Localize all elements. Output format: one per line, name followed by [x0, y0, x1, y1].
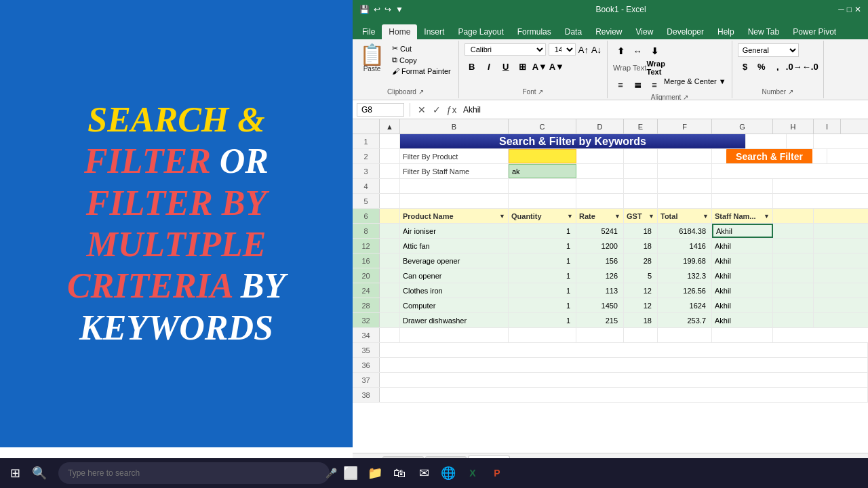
cell-d24[interactable]: 113	[576, 283, 624, 298]
cell-h6[interactable]	[773, 209, 814, 223]
currency-button[interactable]: $	[738, 59, 753, 74]
cell-e2[interactable]	[624, 149, 658, 163]
col-header-f[interactable]: F	[658, 119, 712, 134]
cell-g24[interactable]: Akhil	[712, 283, 773, 298]
cell-d4[interactable]	[576, 179, 624, 193]
cell-e6-gst[interactable]: GST ▼	[624, 209, 658, 223]
cell-g32[interactable]: Akhil	[712, 313, 773, 327]
cell-c8[interactable]: 1	[509, 224, 576, 238]
filter-staff-icon[interactable]: ▼	[764, 213, 770, 220]
cell-row36[interactable]	[380, 358, 868, 372]
filter-qty-icon[interactable]: ▼	[567, 213, 573, 220]
cell-f20[interactable]: 132.3	[658, 268, 712, 283]
cell-b3[interactable]: Filter By Staff Name	[400, 164, 509, 178]
align-left-button[interactable]: ≡	[613, 77, 628, 92]
wrap-text-button[interactable]: Wrap Text	[613, 64, 646, 72]
search-taskbar-icon[interactable]: 🔍	[28, 462, 50, 484]
cell-a4[interactable]	[380, 179, 400, 193]
cell-e20[interactable]: 5	[624, 268, 658, 283]
cell-row35[interactable]	[380, 343, 868, 357]
merge-center-button[interactable]: Merge & Center ▼	[664, 77, 726, 92]
border-button[interactable]: ⊞	[515, 59, 530, 74]
cell-a24[interactable]	[380, 283, 400, 298]
cell-f12[interactable]: 1416	[658, 239, 712, 253]
filter-total-icon[interactable]: ▼	[703, 213, 709, 220]
cancel-formula-icon[interactable]: ✕	[416, 104, 428, 115]
cell-e4[interactable]	[624, 179, 658, 193]
col-header-select[interactable]: ▲	[380, 119, 400, 134]
cell-d5[interactable]	[576, 194, 624, 208]
close-icon[interactable]: ✕	[854, 5, 861, 14]
cell-f24[interactable]: 126.56	[658, 283, 712, 298]
tab-new-tab[interactable]: New Tab	[741, 24, 786, 39]
cell-d6-rate[interactable]: Rate ▼	[576, 209, 624, 223]
tab-help[interactable]: Help	[711, 24, 741, 39]
cell-d28[interactable]: 1450	[576, 298, 624, 312]
align-right-button[interactable]: ≡	[647, 77, 662, 92]
tab-developer[interactable]: Developer	[660, 24, 711, 39]
cell-c2-filter-product[interactable]	[509, 149, 576, 163]
excel-save-icon[interactable]: 💾	[359, 5, 370, 14]
cell-h8[interactable]	[773, 224, 814, 238]
redo-icon[interactable]: ↪	[384, 5, 391, 14]
cell-b32[interactable]: Drawer dishwasher	[400, 313, 509, 327]
font-size-select[interactable]: 14	[549, 43, 576, 56]
cell-g16[interactable]: Akhil	[712, 253, 773, 268]
font-color-button[interactable]: A▼	[549, 59, 564, 74]
cell-b5[interactable]	[400, 194, 509, 208]
cell-h12[interactable]	[773, 239, 814, 253]
cell-c12[interactable]: 1	[509, 239, 576, 253]
cell-f16[interactable]: 199.68	[658, 253, 712, 268]
cell-a5[interactable]	[380, 194, 400, 208]
italic-button[interactable]: I	[481, 59, 496, 74]
file-explorer-icon[interactable]: 📁	[364, 462, 386, 484]
percent-button[interactable]: %	[754, 59, 769, 74]
cell-g4[interactable]	[712, 179, 773, 193]
cell-b20[interactable]: Can opener	[400, 268, 509, 283]
taskbar-mic-icon[interactable]: 🎤	[326, 468, 337, 479]
col-header-h[interactable]: H	[773, 119, 814, 134]
cell-a6[interactable]	[380, 209, 400, 223]
cell-f32[interactable]: 253.7	[658, 313, 712, 327]
tab-power-pivot[interactable]: Power Pivot	[786, 24, 843, 39]
cell-g12[interactable]: Akhil	[712, 239, 773, 253]
tab-review[interactable]: Review	[589, 24, 629, 39]
cell-f8[interactable]: 6184.38	[658, 224, 712, 238]
cell-a3[interactable]	[380, 164, 400, 178]
cell-a12[interactable]	[380, 239, 400, 253]
cell-e24[interactable]: 12	[624, 283, 658, 298]
mail-icon[interactable]: ✉	[413, 462, 435, 484]
formula-input[interactable]	[460, 104, 864, 116]
increase-decimal-button[interactable]: .0→	[787, 59, 802, 74]
cell-e32[interactable]: 18	[624, 313, 658, 327]
cell-d3[interactable]	[576, 164, 624, 178]
cell-d34[interactable]	[576, 328, 624, 342]
decrease-font-icon[interactable]: A↓	[591, 45, 601, 55]
paste-button[interactable]: 📋 Paste	[358, 43, 386, 74]
cell-f28[interactable]: 1624	[658, 298, 712, 312]
cell-d12[interactable]: 1200	[576, 239, 624, 253]
decrease-decimal-button[interactable]: ←.0	[803, 59, 818, 74]
cell-c28[interactable]: 1	[509, 298, 576, 312]
powerpoint-taskbar-icon[interactable]: P	[486, 462, 508, 484]
filter-rate-icon[interactable]: ▼	[614, 213, 620, 220]
cell-c5[interactable]	[509, 194, 576, 208]
cell-c16[interactable]: 1	[509, 253, 576, 268]
cell-b24[interactable]: Clothes iron	[400, 283, 509, 298]
cell-g28[interactable]: Akhil	[712, 298, 773, 312]
customize-icon[interactable]: ▼	[395, 5, 403, 14]
cell-e5[interactable]	[624, 194, 658, 208]
cell-f3[interactable]	[658, 164, 712, 178]
cell-a28[interactable]	[380, 298, 400, 312]
cell-h16[interactable]	[773, 253, 814, 268]
cell-h28[interactable]	[773, 298, 814, 312]
wrap-text-btn[interactable]: Wrap Text	[648, 60, 663, 75]
align-bottom-button[interactable]: ⬇	[647, 43, 662, 58]
cell-g6-staff[interactable]: Staff Nam... ▼	[712, 209, 773, 223]
cell-row37[interactable]	[380, 373, 868, 387]
cell-e28[interactable]: 12	[624, 298, 658, 312]
cell-b6-product[interactable]: Product Name ▼	[400, 209, 509, 223]
cell-h24[interactable]	[773, 283, 814, 298]
underline-button[interactable]: U	[498, 59, 513, 74]
col-header-c[interactable]: C	[509, 119, 576, 134]
